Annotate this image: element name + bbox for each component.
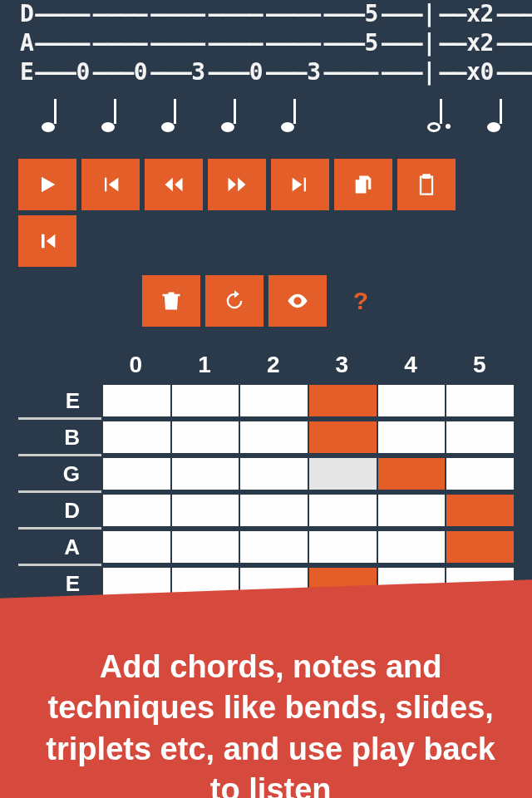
tab-cell: –––| — [382, 0, 436, 27]
skip-fwd-icon — [288, 173, 312, 196]
refresh-icon — [223, 289, 246, 313]
tab-cell: –––3 — [150, 58, 204, 86]
copy-button[interactable] — [334, 159, 392, 210]
tab-cell: –––– — [209, 0, 263, 27]
note-icon — [427, 96, 447, 132]
fret-number: 3 — [308, 347, 377, 383]
fret-cell[interactable] — [377, 531, 446, 563]
fret-row: G — [18, 456, 514, 493]
tab-cell: ––– — [497, 58, 532, 86]
fret-cell[interactable] — [101, 495, 170, 526]
fret-cell[interactable] — [377, 421, 446, 453]
tab-cell: ––– — [497, 0, 532, 27]
restart-button[interactable] — [18, 215, 76, 267]
fret-cell[interactable] — [308, 458, 377, 490]
tab-cell: –––– — [35, 0, 89, 27]
trash-icon — [160, 289, 183, 313]
delete-button[interactable] — [142, 275, 200, 327]
tab-notation: D–––––––––––––––––––––––5–––|––x2–––A–––… — [0, 0, 532, 86]
fret-cell[interactable] — [239, 458, 308, 490]
fret-cell[interactable] — [170, 421, 239, 453]
last-button[interactable] — [271, 159, 329, 210]
fret-cell[interactable] — [445, 531, 514, 563]
fret-cell[interactable] — [377, 458, 446, 490]
skip-back-icon — [99, 173, 122, 196]
fret-cell[interactable] — [101, 531, 170, 563]
clipboard-icon — [415, 173, 438, 196]
transport-toolbar: ? — [0, 159, 532, 327]
tab-line: A–––––––––––––––––––––––5–––|––x2––– — [20, 29, 512, 57]
fret-cell[interactable] — [170, 385, 239, 416]
fret-row: B — [18, 420, 514, 456]
fret-cell[interactable] — [445, 421, 514, 453]
tab-cell: –––0 — [93, 58, 147, 86]
next-button[interactable] — [208, 159, 266, 210]
fret-cell[interactable] — [377, 385, 446, 416]
fret-number: 4 — [377, 347, 446, 383]
fret-cell[interactable] — [170, 531, 239, 563]
first-button[interactable] — [81, 159, 140, 210]
tab-cell: –––5 — [324, 0, 378, 27]
string-label: D — [20, 0, 33, 27]
fret-cell[interactable] — [101, 421, 170, 453]
tab-line: E–––0–––0–––3–––0–––3–––––––|––x0––– — [20, 58, 512, 86]
fret-cell[interactable] — [170, 495, 239, 526]
paste-button[interactable] — [397, 159, 456, 210]
tab-cell: –––– — [35, 29, 89, 57]
tab-line: D–––––––––––––––––––––––5–––|––x2––– — [20, 0, 512, 27]
tab-cell: –––3 — [266, 58, 320, 86]
note-icon — [221, 96, 241, 132]
fret-cell[interactable] — [308, 531, 377, 563]
fret-cell[interactable] — [308, 385, 377, 416]
tab-cell: –––– — [209, 29, 263, 57]
note-icon — [161, 96, 181, 132]
tab-cell: –––– — [93, 0, 147, 27]
string-label: A — [20, 29, 33, 57]
string-label: G — [18, 458, 101, 493]
fret-cell[interactable] — [308, 421, 377, 453]
fret-cell[interactable] — [239, 385, 308, 416]
fret-cell[interactable] — [101, 385, 170, 416]
tab-cell: ––x2 — [439, 0, 493, 27]
fret-number: 0 — [101, 347, 170, 383]
string-label: A — [18, 531, 101, 566]
fret-cell[interactable] — [377, 495, 446, 526]
step-back-icon — [162, 173, 185, 196]
fret-cell[interactable] — [445, 385, 514, 416]
fret-row: A — [18, 530, 514, 566]
tab-cell: –––– — [266, 0, 320, 27]
tab-cell: ––x0 — [439, 58, 493, 86]
play-button[interactable] — [18, 159, 76, 210]
tab-cell: ––– — [497, 29, 532, 57]
fret-row: D — [18, 493, 514, 530]
fret-cell[interactable] — [239, 421, 308, 453]
fret-cell[interactable] — [170, 458, 239, 490]
tab-cell: –––– — [150, 0, 204, 27]
fret-cell[interactable] — [239, 495, 308, 526]
help-button[interactable]: ? — [332, 275, 390, 327]
preview-button[interactable] — [268, 275, 327, 327]
tab-cell: –––– — [93, 29, 147, 57]
rhythm-row — [0, 87, 532, 147]
note-icon — [101, 96, 121, 132]
tab-cell: –––5 — [324, 29, 378, 57]
tab-cell: –––– — [150, 29, 204, 57]
fret-cell[interactable] — [101, 458, 170, 490]
fret-cell[interactable] — [308, 495, 377, 526]
tab-cell: –––| — [382, 58, 436, 86]
promo-text: Add chords, notes and techniques like be… — [30, 647, 512, 798]
fret-cell[interactable] — [445, 458, 514, 490]
string-label: E — [18, 385, 101, 420]
fret-cell[interactable] — [445, 495, 514, 526]
eye-icon — [286, 289, 309, 313]
refresh-button[interactable] — [205, 275, 264, 327]
tab-cell: –––– — [266, 29, 320, 57]
tab-cell: –––0 — [209, 58, 263, 86]
string-label: B — [18, 421, 101, 456]
prev-button[interactable] — [145, 159, 203, 210]
fret-cell[interactable] — [239, 531, 308, 563]
note-icon — [281, 96, 301, 132]
play-icon — [36, 173, 59, 196]
fret-number: 1 — [170, 347, 239, 383]
tab-cell: –––– — [324, 58, 378, 86]
